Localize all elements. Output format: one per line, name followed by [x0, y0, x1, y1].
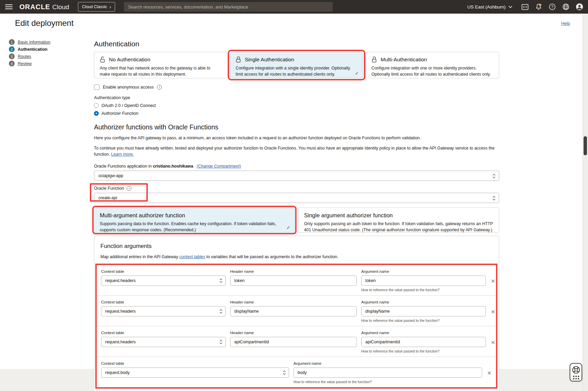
page-title: Edit deployment [15, 18, 74, 28]
authentication-section-title: Authentication [94, 40, 499, 48]
lifebuoy-icon [572, 365, 581, 374]
developer-console-icon[interactable] [521, 3, 529, 11]
single-argument-card[interactable]: Single argument authorizer function Only… [298, 207, 499, 233]
notifications-bell-icon[interactable] [535, 3, 542, 11]
page-header: Edit deployment Help [0, 14, 582, 33]
argument-name-label: Argument name [361, 300, 486, 304]
step-authentication[interactable]: 2 Authentication [9, 46, 50, 52]
header-name-input[interactable] [230, 337, 357, 347]
functions-application-select[interactable]: ociapigw-app [94, 171, 499, 181]
argument-row: Context table Header name Argument name [97, 295, 496, 326]
argument-name-input[interactable] [361, 337, 486, 347]
argument-name-input[interactable] [361, 306, 486, 316]
functions-application-label: Oracle Functions application in [94, 164, 152, 169]
support-widget[interactable] [570, 363, 582, 381]
vertical-scrollbar-thumb[interactable] [584, 136, 587, 155]
menu-icon[interactable] [5, 3, 13, 11]
step-label[interactable]: Routes [18, 54, 31, 59]
search-input[interactable] [124, 2, 333, 12]
radio-selected-icon[interactable] [94, 111, 99, 116]
argument-helper-text: How to reference the value passed to the… [361, 349, 486, 353]
cloud-classic-button[interactable]: Cloud Classic › [78, 2, 115, 12]
select-stepper-icon [492, 196, 496, 201]
authorizer-type-cards: Multi-argument authorizer function Suppo… [94, 207, 499, 233]
card-title: Single Authentication [245, 57, 294, 63]
region-selector[interactable]: US East (Ashburn) [467, 4, 512, 10]
argument-helper-text: How to reference the value passed to the… [361, 319, 486, 323]
info-icon[interactable]: i [157, 85, 162, 90]
card-title: Multi-argument authorizer function [100, 212, 289, 219]
header-name-label: Header name [230, 300, 357, 304]
enable-anonymous-access-checkbox[interactable] [94, 84, 99, 90]
authorizer-paragraph-1: Here you configure the API gateway to pa… [94, 135, 499, 141]
context-table-select[interactable] [101, 276, 226, 286]
oracle-cloud-logo[interactable]: ORACLE Cloud [19, 3, 69, 11]
remove-argument-button[interactable]: × [490, 339, 496, 346]
argument-row: Context table Header name Argument name [97, 326, 496, 357]
step-number: 1 [9, 39, 15, 45]
brand-cloud: Cloud [52, 3, 69, 11]
cloud-classic-label: Cloud Classic [82, 4, 107, 9]
help-icon[interactable]: ? [549, 3, 556, 11]
authorizer-function-radio-option[interactable]: Authorizer Function [94, 111, 499, 116]
context-tables-link[interactable]: context tables [179, 254, 205, 259]
card-title: No Authentication [109, 57, 150, 63]
remove-argument-button[interactable]: × [490, 278, 496, 284]
oracle-function-value: create-api [98, 196, 117, 200]
remove-argument-button[interactable]: × [487, 370, 492, 376]
region-label: US East (Ashburn) [467, 4, 506, 10]
step-basic-information[interactable]: 1 Basic information [9, 39, 50, 45]
card-description: Only supports passing an auth token to t… [304, 221, 493, 233]
oracle-function-label: Oracle Function [94, 186, 124, 191]
argument-name-input[interactable] [293, 367, 482, 378]
card-description: Supports passing data to the function. E… [100, 221, 289, 233]
oracle-function-select[interactable]: create-api [94, 193, 499, 203]
context-table-select[interactable] [101, 367, 289, 378]
header-name-input[interactable] [230, 276, 357, 286]
arguments-annotation-box: Context table Header name Argument name [95, 264, 497, 389]
radio-unselected-icon[interactable] [94, 103, 99, 108]
lock-icon [371, 56, 377, 63]
step-review[interactable]: 4 Review [9, 61, 50, 66]
argument-row: Context table Header name Argument name [97, 265, 496, 295]
multi-authentication-card[interactable]: Multi-Authentication Configure integrati… [366, 52, 499, 78]
argument-helper-text: How to reference the value passed to the… [293, 380, 482, 384]
language-globe-icon[interactable] [562, 3, 570, 11]
context-table-select[interactable] [101, 337, 226, 347]
remove-argument-button[interactable]: × [490, 308, 496, 315]
step-number: 4 [9, 61, 15, 66]
header-name-input[interactable] [230, 306, 357, 316]
unlock-icon [100, 56, 106, 63]
single-authentication-card[interactable]: Single Authentication Configure integrat… [230, 52, 363, 78]
info-icon[interactable]: i [127, 186, 131, 191]
compartment-name: cristiano.hoshikawa [153, 164, 193, 169]
authentication-cards: No Authentication Any client that has ne… [94, 52, 499, 78]
header-name-label: Header name [230, 269, 357, 273]
dots-grid-icon [573, 376, 579, 379]
lock-icon [236, 56, 241, 63]
user-avatar[interactable] [576, 3, 583, 11]
card-title: Multi-Authentication [381, 57, 427, 63]
select-stepper-icon [492, 173, 496, 179]
card-description: Any client that has network access to th… [100, 65, 222, 78]
step-label[interactable]: Basic information [18, 40, 50, 45]
no-authentication-card[interactable]: No Authentication Any client that has ne… [94, 52, 227, 78]
step-label: Authentication [18, 47, 48, 52]
card-description: Configure integration with one or more i… [371, 65, 493, 78]
wizard-stepper: 1 Basic information 2 Authentication 3 R… [9, 38, 50, 68]
vertical-scrollbar-track[interactable] [583, 14, 588, 391]
learn-more-link[interactable]: Learn more. [111, 152, 134, 157]
step-routes[interactable]: 3 Routes [9, 53, 50, 59]
argument-name-input[interactable] [361, 276, 486, 286]
chevron-right-icon: › [109, 5, 111, 9]
change-compartment-link[interactable]: (Change Compartment) [197, 164, 241, 169]
help-link[interactable]: Help [561, 21, 570, 26]
context-table-select[interactable] [101, 306, 226, 316]
functions-application-value: ociapigw-app [98, 173, 123, 178]
step-label[interactable]: Review [18, 61, 32, 66]
select-stepper-icon [219, 339, 223, 345]
multi-argument-card[interactable]: Multi-argument authorizer function Suppo… [94, 207, 295, 233]
oauth-radio-option[interactable]: OAuth 2.0 / OpenID Connect [94, 103, 499, 108]
card-title: Single argument authorizer function [304, 212, 493, 219]
argument-name-label: Argument name [361, 269, 486, 273]
